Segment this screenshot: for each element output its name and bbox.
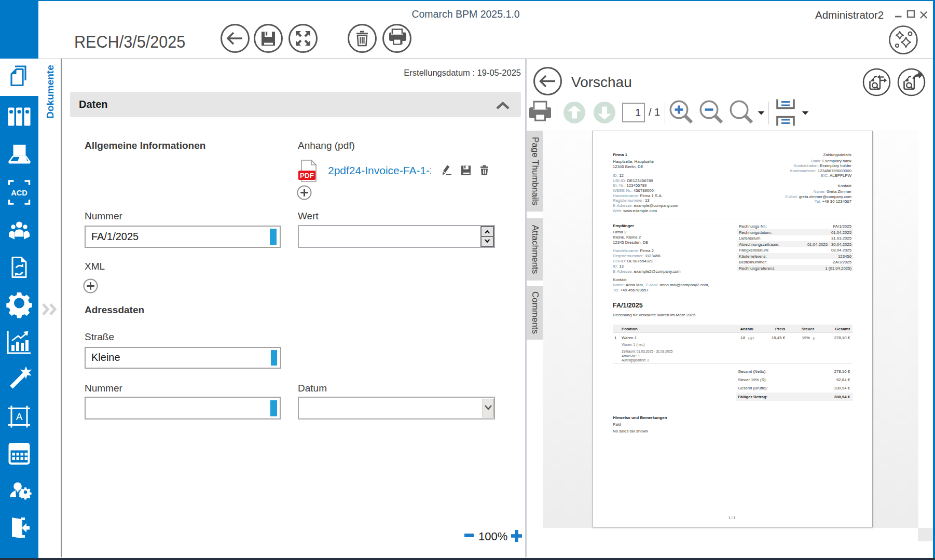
- svg-text:A: A: [16, 411, 23, 422]
- svg-text:PDF: PDF: [300, 172, 314, 179]
- svg-text:ACD: ACD: [11, 189, 27, 197]
